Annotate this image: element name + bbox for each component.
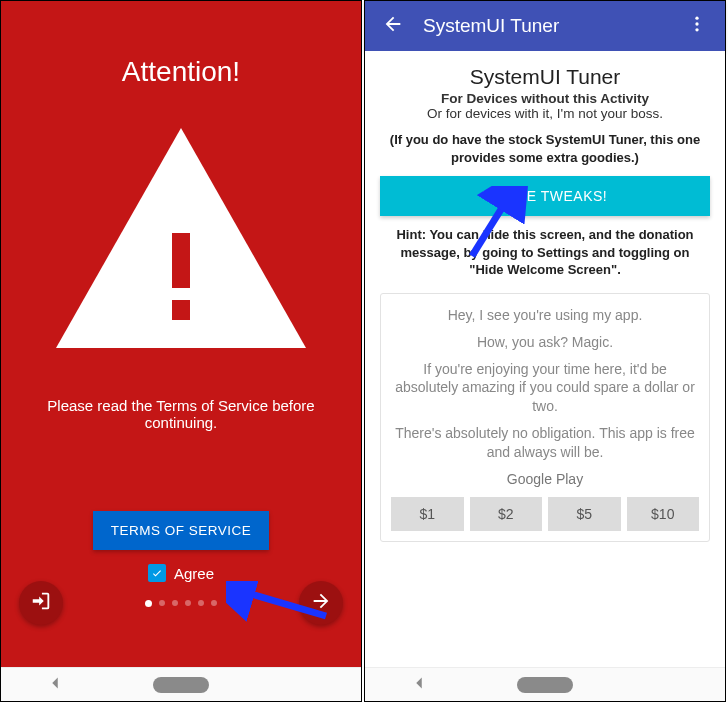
agree-row[interactable]: Agree <box>148 564 214 582</box>
appbar-title: SystemUI Tuner <box>413 15 677 37</box>
svg-rect-2 <box>172 300 190 320</box>
welcome-sub1: For Devices without this Activity <box>441 91 649 106</box>
donation-line: If you're enjoying your time here, it'd … <box>391 360 699 417</box>
appbar-back-button[interactable] <box>373 6 413 46</box>
exit-button[interactable] <box>19 581 63 625</box>
svg-rect-1 <box>172 233 190 288</box>
arrow-back-icon <box>382 13 404 39</box>
donation-store: Google Play <box>391 470 699 489</box>
nav-back-icon[interactable] <box>408 672 430 698</box>
android-navbar <box>365 667 725 701</box>
welcome-sub2: Or for devices with it, I'm not your bos… <box>427 106 663 121</box>
donation-line: How, you ask? Magic. <box>391 333 699 352</box>
page-dot <box>185 600 191 606</box>
nav-home-pill[interactable] <box>517 677 573 693</box>
donate-10-button[interactable]: $10 <box>627 497 700 531</box>
appbar: SystemUI Tuner <box>365 1 725 51</box>
page-dot <box>211 600 217 606</box>
donation-line: There's absolutely no obligation. This a… <box>391 424 699 462</box>
page-dot <box>172 600 178 606</box>
page-dot <box>145 600 152 607</box>
welcome-heading: SystemUI Tuner <box>470 65 621 89</box>
arrow-forward-icon <box>310 590 332 616</box>
agree-label: Agree <box>174 565 214 582</box>
welcome-body: SystemUI Tuner For Devices without this … <box>365 51 725 667</box>
svg-point-4 <box>695 17 698 20</box>
welcome-hint: Hint: You can hide this screen, and the … <box>377 226 713 279</box>
agree-checkbox[interactable] <box>148 564 166 582</box>
exit-icon <box>30 590 52 616</box>
page-indicator <box>145 600 217 607</box>
page-dot <box>198 600 204 606</box>
svg-point-6 <box>695 28 698 31</box>
terms-of-service-button[interactable]: TERMS OF SERVICE <box>93 511 270 550</box>
donate-1-button[interactable]: $1 <box>391 497 464 531</box>
donate-2-button[interactable]: $2 <box>470 497 543 531</box>
attention-screen: Attention! Please read the Terms of Serv… <box>0 0 362 702</box>
welcome-screen: SystemUI Tuner SystemUI Tuner For Device… <box>364 0 726 702</box>
welcome-disclaimer: (If you do have the stock SystemUI Tuner… <box>377 131 713 166</box>
nav-back-icon[interactable] <box>44 672 66 698</box>
donation-buttons: $1 $2 $5 $10 <box>391 497 699 531</box>
donation-card: Hey, I see you're using my app. How, you… <box>380 293 710 542</box>
nav-home-pill[interactable] <box>153 677 209 693</box>
donation-line: Hey, I see you're using my app. <box>391 306 699 325</box>
page-dot <box>159 600 165 606</box>
to-the-tweaks-button[interactable]: TO THE TWEAKS! <box>380 176 710 216</box>
onboarding-footer <box>1 581 361 625</box>
more-vert-icon <box>687 14 707 38</box>
next-button[interactable] <box>299 581 343 625</box>
warning-triangle-icon <box>56 128 306 352</box>
attention-title: Attention! <box>122 56 240 88</box>
android-navbar <box>1 667 361 701</box>
donate-5-button[interactable]: $5 <box>548 497 621 531</box>
svg-point-5 <box>695 22 698 25</box>
appbar-overflow-button[interactable] <box>677 6 717 46</box>
tos-message: Please read the Terms of Service before … <box>1 397 361 431</box>
attention-body: Attention! Please read the Terms of Serv… <box>1 1 361 667</box>
